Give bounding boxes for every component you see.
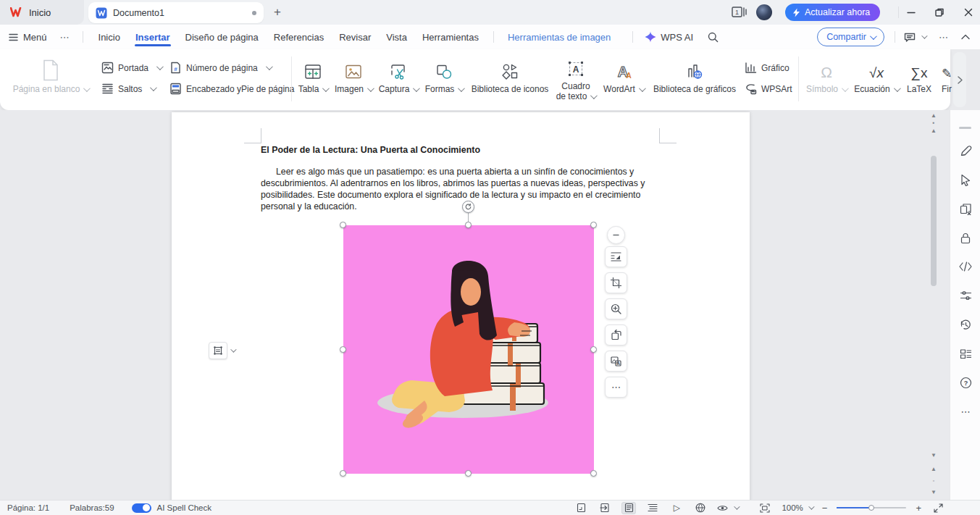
tab-insertar[interactable]: Insertar <box>135 27 171 48</box>
breaks-button[interactable]: Saltos <box>101 83 155 95</box>
close-button[interactable] <box>959 3 978 22</box>
main-menu-button[interactable]: Menú <box>9 32 47 43</box>
wordart-button[interactable]: AA WordArt <box>598 56 649 94</box>
resize-handle-nw[interactable] <box>340 222 346 228</box>
equation-button[interactable]: √x Ecuación <box>852 56 901 94</box>
sidebar-pen-button[interactable] <box>959 144 972 157</box>
page-number-button[interactable]: # Número de página <box>169 62 271 74</box>
collapse-ribbon-button[interactable] <box>961 34 970 40</box>
update-now-button[interactable]: Actualizar ahora <box>785 4 880 21</box>
word-count[interactable]: Palabras:59 <box>70 503 114 512</box>
minimize-button[interactable] <box>902 3 921 22</box>
cover-button[interactable]: Portada <box>101 62 162 74</box>
restore-button[interactable] <box>930 3 949 22</box>
tab-revisar[interactable]: Revisar <box>338 27 372 48</box>
wps-home-button[interactable]: Inicio <box>0 0 84 25</box>
latex-button[interactable]: ∑x LaTeX <box>902 56 936 94</box>
print-layout-view-button[interactable] <box>621 502 636 514</box>
page-count[interactable]: Página: 1/1 <box>7 503 49 512</box>
hide-whitespace-button[interactable]: ▲▪ <box>928 112 939 127</box>
page-flip-view-button[interactable] <box>598 502 612 514</box>
resize-handle-e[interactable] <box>590 346 597 353</box>
layout-options-button[interactable] <box>209 342 235 359</box>
comments-button[interactable] <box>904 32 926 43</box>
sidebar-more-button[interactable]: ⋯ <box>959 405 972 418</box>
sidebar-history-button[interactable] <box>959 318 972 331</box>
sidebar-settings-button[interactable] <box>959 289 972 302</box>
play-view-button[interactable]: ▷ <box>669 502 684 514</box>
window-list-button[interactable]: 1 <box>732 6 747 19</box>
select-browse-object-button[interactable]: ▫ <box>928 477 939 485</box>
sidebar-code-button[interactable] <box>959 260 972 273</box>
fullscreen-button[interactable] <box>931 502 945 514</box>
sidebar-navigation-button[interactable] <box>959 347 972 360</box>
ai-spellcheck-toggle[interactable] <box>132 503 151 513</box>
tab-referencias[interactable]: Referencias <box>273 27 324 48</box>
icon-library-button[interactable]: Biblioteca de iconos <box>468 56 552 94</box>
resize-handle-n[interactable] <box>465 222 472 228</box>
resize-handle-se[interactable] <box>590 470 597 477</box>
new-tab-button[interactable]: + <box>269 4 285 20</box>
table-button[interactable]: Tabla <box>293 56 333 94</box>
symbol-button[interactable]: Ω Símbolo <box>803 56 850 94</box>
more-tools-button[interactable]: ⋯ <box>939 32 948 43</box>
sidebar-select-button[interactable] <box>959 173 972 186</box>
selected-image[interactable] <box>343 225 594 474</box>
zoom-dropdown[interactable] <box>808 503 814 509</box>
tab-inicio[interactable]: Inicio <box>98 27 121 48</box>
wps-ai-button[interactable]: WPS AI <box>645 31 693 43</box>
blank-page-button[interactable]: Página en blanco <box>10 56 91 94</box>
tab-herramientas-de-imagen[interactable]: Herramientas de imagen <box>507 27 611 48</box>
vertical-scrollbar-thumb[interactable] <box>931 156 937 286</box>
zoom-image-button[interactable] <box>605 298 627 319</box>
text-wrap-button[interactable] <box>605 246 627 267</box>
sidebar-clear-format-button[interactable] <box>959 202 972 215</box>
crop-button[interactable] <box>605 272 627 293</box>
sidebar-drag-handle[interactable] <box>959 127 971 129</box>
ribbon-expand-button[interactable] <box>953 52 966 107</box>
share-button[interactable]: Compartir <box>817 28 884 46</box>
previous-page-button[interactable]: ▲ <box>928 466 939 473</box>
zoom-out-button[interactable]: − <box>822 503 828 514</box>
image-button[interactable]: Imagen <box>332 56 375 94</box>
next-page-button[interactable]: ▼ <box>928 489 939 496</box>
shapes-button[interactable]: Formas <box>422 56 466 94</box>
sidebar-protect-button[interactable] <box>959 231 972 244</box>
wpsart-button[interactable]: WPSArt <box>745 83 792 95</box>
zoom-in-button[interactable]: + <box>916 503 921 514</box>
scroll-down-button[interactable]: ▼ <box>928 452 939 459</box>
zoom-slider-knob[interactable] <box>868 505 874 511</box>
search-button[interactable] <box>708 32 719 43</box>
reading-options-button[interactable] <box>717 504 738 512</box>
document-tab[interactable]: Documento1 <box>88 2 264 23</box>
resize-handle-sw[interactable] <box>340 470 346 477</box>
zoom-slider[interactable] <box>837 507 906 508</box>
rotate-image-button[interactable] <box>605 325 627 346</box>
web-view-button[interactable] <box>693 502 708 514</box>
extract-text-button[interactable]: A <box>605 351 627 372</box>
scroll-up-button[interactable]: ▲ <box>928 127 939 135</box>
zoom-level[interactable]: 100% <box>782 503 803 512</box>
sidebar-help-button[interactable]: ? <box>959 376 972 389</box>
home-label: Inicio <box>29 7 51 18</box>
user-avatar[interactable] <box>756 4 772 20</box>
collapse-image-toolbar-button[interactable] <box>607 226 625 244</box>
header-footer-button[interactable]: Encabezado yPie de página <box>169 83 294 95</box>
capture-button[interactable]: Captura <box>375 56 422 94</box>
chart-library-button[interactable]: Biblioteca de gráficos <box>649 56 740 94</box>
resize-handle-s[interactable] <box>465 470 472 477</box>
outline-view-button[interactable] <box>645 502 660 514</box>
more-image-options-button[interactable]: ⋯ <box>605 377 627 398</box>
resize-handle-w[interactable] <box>340 346 346 353</box>
rotate-handle[interactable] <box>462 201 474 213</box>
menu-more-button[interactable]: ⋯ <box>60 32 70 43</box>
tab-diseno-de-pagina[interactable]: Diseño de página <box>185 27 259 48</box>
textbox-button[interactable]: A Cuadro de texto <box>553 55 598 101</box>
window-count-icon: 1 <box>735 9 739 16</box>
chart-button[interactable]: Gráfico <box>745 62 790 74</box>
resize-handle-ne[interactable] <box>590 222 597 228</box>
page-thumbnail-view-button[interactable] <box>574 502 588 514</box>
fit-page-button[interactable] <box>758 502 772 514</box>
tab-herramientas[interactable]: Herramientas <box>422 27 479 48</box>
tab-vista[interactable]: Vista <box>385 27 408 48</box>
